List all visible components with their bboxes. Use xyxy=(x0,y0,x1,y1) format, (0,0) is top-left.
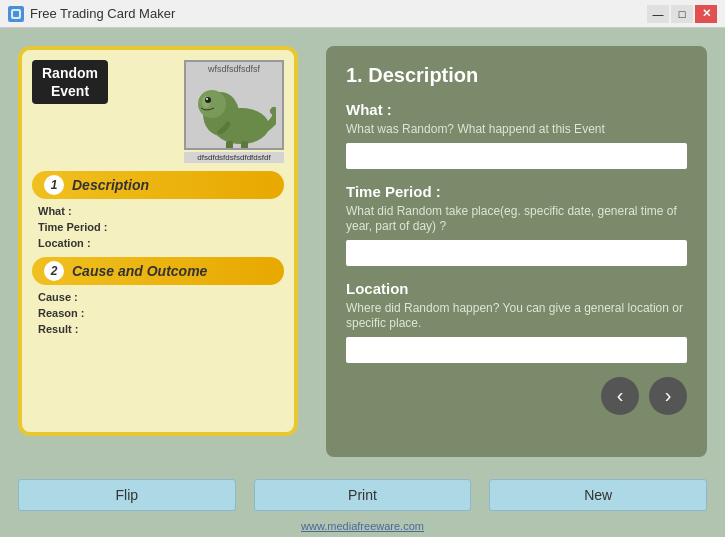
next-button[interactable]: › xyxy=(649,377,687,415)
panel-title: 1. Description xyxy=(346,64,687,87)
svg-rect-1 xyxy=(13,11,19,17)
footer-link[interactable]: www.mediafreeware.com xyxy=(301,520,424,532)
minimize-button[interactable]: — xyxy=(647,5,669,23)
footer: www.mediafreeware.com xyxy=(0,515,725,537)
print-button[interactable]: Print xyxy=(254,479,472,511)
location-input[interactable] xyxy=(346,337,687,363)
section1-num: 1 xyxy=(44,175,64,195)
nav-row: ‹ › xyxy=(346,377,687,415)
svg-point-4 xyxy=(198,90,226,118)
card-image: wfsdfsdfsdfsf xyxy=(184,60,284,150)
time-hint: What did Random take place(eg. specific … xyxy=(346,204,687,235)
location-hint: Where did Random happen? You can give a … xyxy=(346,301,687,332)
section2-label: 2 Cause and Outcome xyxy=(32,257,284,285)
card-result-field: Result : xyxy=(32,323,284,335)
card-header: Random Event wfsdfsdfsdfsf xyxy=(32,60,284,163)
what-label: What : xyxy=(346,101,687,118)
card-what-field: What : xyxy=(32,205,284,217)
close-button[interactable]: ✕ xyxy=(695,5,717,23)
card-cause-field: Cause : xyxy=(32,291,284,303)
main-content: Random Event wfsdfsdfsdfsf xyxy=(0,28,725,475)
card-location-field: Location : xyxy=(32,237,284,249)
svg-point-6 xyxy=(205,97,211,103)
title-bar-left: Free Trading Card Maker xyxy=(8,6,175,22)
svg-point-7 xyxy=(206,98,208,100)
what-group: What : What was Random? What happend at … xyxy=(346,101,687,169)
bottom-bar: Flip Print New xyxy=(0,475,725,515)
what-hint: What was Random? What happend at this Ev… xyxy=(346,122,687,138)
section1-label: 1 Description xyxy=(32,171,284,199)
location-label: Location xyxy=(346,280,687,297)
title-bar: Free Trading Card Maker — □ ✕ xyxy=(0,0,725,28)
flip-button[interactable]: Flip xyxy=(18,479,236,511)
time-label: Time Period : xyxy=(346,183,687,200)
maximize-button[interactable]: □ xyxy=(671,5,693,23)
card-reason-field: Reason : xyxy=(32,307,284,319)
card-image-caption: dfsdfdsfdsfsdfdfdsfdf xyxy=(184,152,284,163)
svg-rect-9 xyxy=(241,141,248,150)
window-title: Free Trading Card Maker xyxy=(30,6,175,21)
app-icon xyxy=(8,6,24,22)
time-input[interactable] xyxy=(346,240,687,266)
time-group: Time Period : What did Random take place… xyxy=(346,183,687,266)
card-time-field: Time Period : xyxy=(32,221,284,233)
window-controls: — □ ✕ xyxy=(647,5,717,23)
description-panel: 1. Description What : What was Random? W… xyxy=(326,46,707,457)
new-button[interactable]: New xyxy=(489,479,707,511)
card-title: Random Event xyxy=(32,60,108,104)
trading-card: Random Event wfsdfsdfsdfsf xyxy=(18,46,298,436)
what-input[interactable] xyxy=(346,143,687,169)
prev-button[interactable]: ‹ xyxy=(601,377,639,415)
section2-num: 2 xyxy=(44,261,64,281)
location-group: Location Where did Random happen? You ca… xyxy=(346,280,687,363)
svg-rect-8 xyxy=(226,141,233,150)
card-area: Random Event wfsdfsdfsdfsf xyxy=(18,46,308,457)
